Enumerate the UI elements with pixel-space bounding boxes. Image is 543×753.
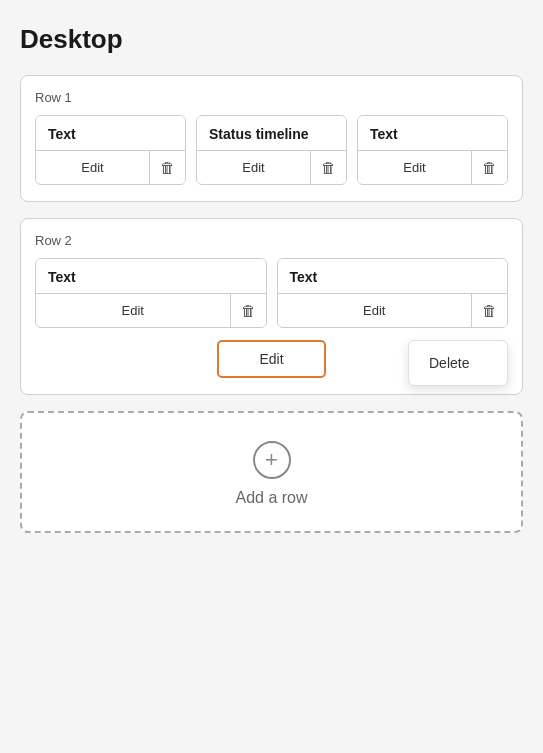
row1-widget-1-title: Text bbox=[36, 116, 185, 150]
row1-widget-1-delete-button[interactable]: 🗑 bbox=[149, 151, 185, 184]
row2-widget-2-title: Text bbox=[278, 259, 508, 293]
row1-widget-2-delete-button[interactable]: 🗑 bbox=[310, 151, 346, 184]
row2-label: Row 2 bbox=[35, 233, 508, 248]
row1-container: Row 1 Text Edit 🗑 Status timeline Edit 🗑 bbox=[20, 75, 523, 202]
row2-widget-1: Text Edit 🗑 bbox=[35, 258, 267, 328]
row2-edit-button[interactable]: Edit bbox=[217, 340, 325, 378]
row1-widget-2: Status timeline Edit 🗑 bbox=[196, 115, 347, 185]
row2-widget-2-delete-button[interactable]: 🗑 bbox=[471, 294, 507, 327]
add-row-label: Add a row bbox=[235, 489, 307, 507]
trash-icon: 🗑 bbox=[241, 302, 256, 319]
row2-widget-2: Text Edit 🗑 bbox=[277, 258, 509, 328]
add-row-button[interactable]: + Add a row bbox=[20, 411, 523, 533]
context-menu: Delete bbox=[408, 340, 508, 386]
row1-widget-2-actions: Edit 🗑 bbox=[197, 150, 346, 184]
row2-widget-1-actions: Edit 🗑 bbox=[36, 293, 266, 327]
row2-widget-1-delete-button[interactable]: 🗑 bbox=[230, 294, 266, 327]
row2-widgets: Text Edit 🗑 Text Edit 🗑 bbox=[35, 258, 508, 328]
context-menu-delete[interactable]: Delete bbox=[409, 347, 507, 379]
row2-widget-2-edit-button[interactable]: Edit bbox=[278, 295, 472, 326]
page-title: Desktop bbox=[20, 24, 523, 55]
row1-widgets: Text Edit 🗑 Status timeline Edit 🗑 Text bbox=[35, 115, 508, 185]
row2-widget-2-actions: Edit 🗑 bbox=[278, 293, 508, 327]
row1-widget-2-title: Status timeline bbox=[197, 116, 346, 150]
row1-widget-2-edit-button[interactable]: Edit bbox=[197, 152, 310, 183]
row1-widget-3-title: Text bbox=[358, 116, 507, 150]
row1-widget-3-delete-button[interactable]: 🗑 bbox=[471, 151, 507, 184]
trash-icon: 🗑 bbox=[482, 302, 497, 319]
row2-widget-1-title: Text bbox=[36, 259, 266, 293]
trash-icon: 🗑 bbox=[321, 159, 336, 176]
row2-widget-1-edit-button[interactable]: Edit bbox=[36, 295, 230, 326]
row1-widget-1-actions: Edit 🗑 bbox=[36, 150, 185, 184]
row1-widget-3-actions: Edit 🗑 bbox=[358, 150, 507, 184]
row1-widget-1-edit-button[interactable]: Edit bbox=[36, 152, 149, 183]
row2-edit-area: Edit Delete bbox=[35, 340, 508, 378]
trash-icon: 🗑 bbox=[482, 159, 497, 176]
row2-container: Row 2 Text Edit 🗑 Text Edit 🗑 Edit bbox=[20, 218, 523, 395]
trash-icon: 🗑 bbox=[160, 159, 175, 176]
row1-widget-1: Text Edit 🗑 bbox=[35, 115, 186, 185]
row1-widget-3-edit-button[interactable]: Edit bbox=[358, 152, 471, 183]
row1-label: Row 1 bbox=[35, 90, 508, 105]
add-row-icon: + bbox=[253, 441, 291, 479]
row1-widget-3: Text Edit 🗑 bbox=[357, 115, 508, 185]
